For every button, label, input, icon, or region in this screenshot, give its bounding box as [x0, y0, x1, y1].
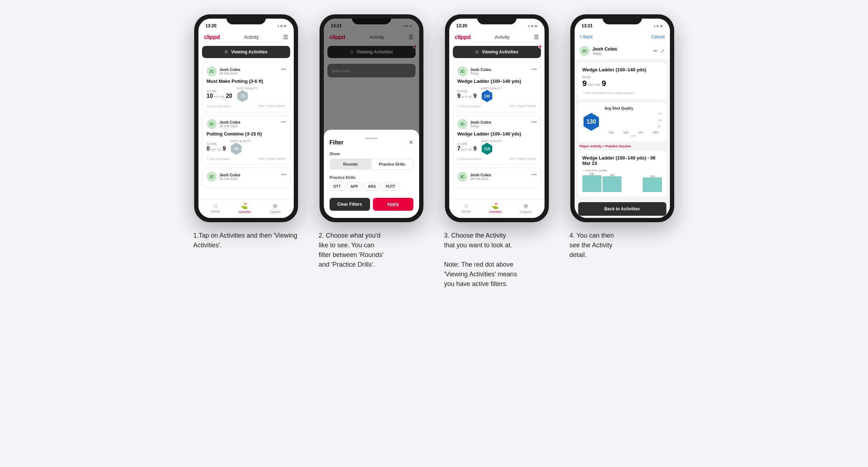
back-to-activities-button[interactable]: Back to Activities [578, 202, 666, 216]
more-icon-3-1[interactable]: ••• [532, 66, 537, 72]
chart-bar-col: 132 [605, 131, 618, 134]
user-info-3-1: Josh Coles Today [470, 67, 491, 75]
more-icon-1-2[interactable]: ••• [281, 119, 286, 125]
time-1: 13:20 [206, 23, 217, 28]
stat-score-3-2: Score 7 OUT OF 9 [457, 142, 477, 152]
bar-label: 129 [623, 131, 628, 134]
signal-icon-4: ▪ [654, 24, 655, 28]
chart-title: Avg Shot Quality [605, 106, 662, 110]
filter-practice-label: Practice Drills [330, 175, 413, 180]
activity-card-1-3[interactable]: JC Josh Coles 28 Feb 2023 ••• [202, 168, 290, 188]
activity-card-3-3[interactable]: JC Josh Coles 28 Feb 2023 ••• [453, 168, 541, 188]
clear-filters-button[interactable]: Clear Filters [330, 198, 370, 211]
activities-label-1: Activities [238, 210, 251, 214]
user-name-3-1: Josh Coles [470, 67, 491, 72]
user-date-1-1: 28 Feb 2023 [220, 72, 241, 75]
banner-text-3: Viewing Activities [482, 49, 518, 54]
detail-score-value: 9 [582, 79, 587, 88]
page-container: 13:20 ▪ ≈ ▪▪ clippd Activity ☰ ⚙ Viewi [183, 14, 685, 289]
outof-1-2: OUT OF [210, 148, 221, 151]
activity-card-1-1[interactable]: JC Josh Coles 28 Feb 2023 ••• Must Make … [202, 62, 290, 112]
bottom-nav-1: ⌂ Home ⛳ Activities ⊕ Capture [198, 199, 294, 218]
card-user-1-2: JC Josh Coles 28 Feb 2023 [207, 119, 286, 129]
apply-button[interactable]: Apply [373, 198, 413, 211]
red-dot-3 [538, 45, 542, 48]
user-date-1-3: 28 Feb 2023 [220, 177, 241, 181]
phone-3-inner: 13:20 ▪ ≈ ▪▪ clippd Activity ☰ ⚙ Viewi [449, 19, 545, 218]
history-title: Wedge Ladder (100–140 yds) - 06 Mar 23 [582, 155, 662, 166]
user-name-3-2: Josh Coles [470, 120, 491, 124]
step-4-desc-line1: 4. You can then [570, 232, 614, 239]
y-label-140: 140 [658, 113, 662, 115]
step-3-note1: Note: The red dot above [444, 261, 514, 268]
more-icon-1-3[interactable]: ••• [281, 172, 286, 177]
step-3-col: 13:20 ▪ ≈ ▪▪ clippd Activity ☰ ⚙ Viewi [441, 14, 552, 289]
stat-sq-3-2: Shot Quality 118 [481, 139, 502, 155]
edit-icon[interactable]: ✏ [653, 48, 658, 54]
activity-card-3-1[interactable]: JC Josh Coles Today ••• Wedge Ladder (10… [453, 62, 541, 112]
detail-score-row: Score 9 OUT OF 9 [582, 75, 662, 88]
card-stats-1-2: Score 0 OUT OF 9 Shot Quality 45 [207, 139, 286, 155]
step-3-note2: 'Viewing Activities' means [444, 271, 517, 278]
time-4: 13:21 [582, 23, 593, 28]
footer-right-3-2: Data: Clippd Capture [509, 157, 536, 161]
hamburger-icon-3[interactable]: ☰ [534, 34, 539, 40]
footer-right-1-2: Data: Clippd Capture [259, 157, 286, 161]
more-icon-3-2[interactable]: ••• [532, 119, 537, 125]
battery-icon-3: ▪▪ [534, 24, 537, 28]
filter-tag-arg[interactable]: ARG [364, 182, 380, 191]
user-name-1-2: Josh Coles [220, 120, 241, 124]
score-value-row-3-2: 7 OUT OF 9 [457, 146, 477, 152]
nav-home-1[interactable]: ⌂ Home [211, 202, 220, 214]
history-bar-col: 132 [582, 173, 601, 192]
back-button[interactable]: < Back [580, 34, 593, 39]
user-name-3-3: Josh Coles [470, 173, 491, 177]
card-title-3-2: Wedge Ladder (100–140 yds) [457, 131, 536, 137]
filter-tag-putt[interactable]: PUTT [382, 182, 399, 191]
status-icons-1: ▪ ≈ ▪▪ [278, 24, 286, 28]
detail-user-left: JC Josh Coles Today [580, 46, 617, 56]
score-value-1-2: 0 [207, 146, 210, 152]
logo-1: clippd [204, 34, 220, 40]
avatar-1-2: JC [207, 119, 217, 129]
filter-tag-ott[interactable]: OTT [330, 182, 345, 191]
detail-info-text: ⓘ Test Information Data: Clippd Capture [582, 91, 662, 95]
history-bar-label: 129 [610, 174, 614, 176]
y-label-0: 0 [658, 132, 662, 134]
wifi-icon-4: ≈ [657, 24, 659, 28]
sq-badge-3-2: 118 [481, 143, 493, 155]
nav-activities-1[interactable]: ⛳ Activities [238, 202, 251, 214]
card-footer-3-1: ⓘ Test Information Data: Clippd Capture [457, 104, 536, 108]
filter-toggle-practice[interactable]: Practice Drills [371, 159, 413, 169]
step-4-col: 13:21 ▪ ≈ ▪▪ < Back Cancel JC [567, 14, 678, 260]
status-icons-4: ▪ ≈ ▪▪ [654, 24, 662, 28]
detail-outof: OUT OF [588, 83, 600, 87]
filter-tag-app[interactable]: APP [347, 182, 362, 191]
viewing-banner-3[interactable]: ⚙ Viewing Activities [453, 46, 541, 58]
phone-1: 13:20 ▪ ≈ ▪▪ clippd Activity ☰ ⚙ Viewi [194, 14, 298, 222]
filter-show-label: Show [330, 152, 413, 156]
cancel-button[interactable]: Cancel [651, 34, 665, 39]
viewing-banner-1[interactable]: ⚙ Viewing Activities [202, 46, 290, 58]
activity-card-1-2[interactable]: JC Josh Coles 28 Feb 2023 ••• Putting Co… [202, 115, 290, 165]
more-icon-1-1[interactable]: ••• [281, 66, 286, 72]
nav-capture-1[interactable]: ⊕ Capture [269, 202, 281, 214]
step-4-description: 4. You can then see the Activity detail. [567, 231, 678, 260]
filter-toggle-rounds[interactable]: Rounds [330, 159, 371, 169]
footer-right-3-1: Data: Clippd Capture [509, 104, 536, 108]
drag-indicator [330, 135, 413, 139]
detail-score-values: 9 OUT OF 9 [582, 79, 606, 88]
hamburger-icon-1[interactable]: ☰ [283, 34, 288, 40]
chart-bar-col: 129 [619, 131, 633, 134]
nav-home-3[interactable]: ⌂ Home [462, 202, 470, 214]
nav-capture-3[interactable]: ⊕ Capture [520, 202, 532, 214]
activity-card-3-2[interactable]: JC Josh Coles Today ••• Wedge Ladder (10… [453, 115, 541, 165]
nav-activities-3[interactable]: ⛳ Activities [489, 202, 502, 214]
avatar-3-2: JC [457, 119, 467, 129]
filter-close-icon[interactable]: ✕ [409, 139, 413, 146]
sq-label-3-2: Shot Quality [481, 139, 502, 143]
more-icon-3-3[interactable]: ••• [532, 172, 537, 177]
phone-2-inner: 13:21 ▪ ≈ ▪▪ clippd Activity ☰ ⚙ Viewi [324, 19, 419, 218]
user-date-3-2: Today [470, 124, 491, 128]
expand-icon[interactable]: ⤢ [661, 48, 665, 54]
